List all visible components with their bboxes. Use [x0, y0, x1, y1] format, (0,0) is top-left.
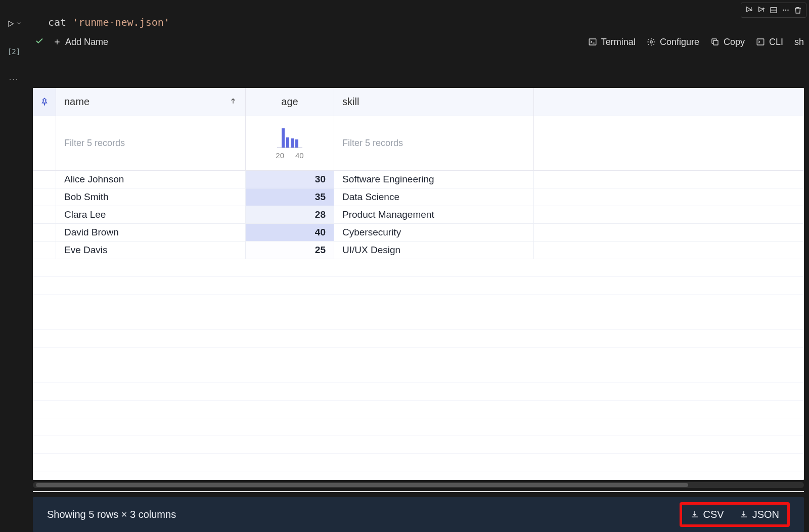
cell-skill: Software Engineering	[334, 171, 534, 188]
add-name-label: Add Name	[65, 37, 108, 47]
chevron-down-icon[interactable]	[16, 19, 22, 28]
svg-point-2	[783, 10, 784, 11]
status-bar: Showing 5 rows × 3 columns CSV JSON	[33, 497, 804, 532]
cell-name: Eve Davis	[56, 241, 246, 259]
more-actions-icon[interactable]	[780, 4, 792, 16]
hist-label-max: 40	[295, 151, 304, 160]
cell-skill: Data Science	[334, 188, 534, 206]
svg-rect-5	[589, 39, 596, 45]
age-histogram[interactable]: 20 40	[246, 116, 334, 170]
cell-name: Clara Lee	[56, 206, 246, 223]
add-name-button[interactable]: Add Name	[53, 37, 108, 47]
success-check-icon	[35, 36, 44, 47]
column-header-blank	[534, 88, 804, 116]
cell-age: 35	[246, 188, 334, 206]
language-indicator[interactable]: sh	[794, 37, 804, 47]
filter-name-input[interactable]	[64, 138, 237, 149]
cell-meta-row: Add Name Terminal Configure Copy	[28, 33, 804, 51]
notebook-cell-toolbar	[741, 3, 806, 18]
horizontal-scrollbar[interactable]	[33, 482, 804, 488]
column-header-name[interactable]: name	[56, 88, 246, 116]
sort-asc-icon[interactable]	[229, 96, 237, 108]
table-row[interactable]: Bob Smith35Data Science	[33, 188, 804, 206]
cell-index: [2]	[8, 47, 20, 56]
cell-name: David Brown	[56, 224, 246, 241]
table-row[interactable]: Clara Lee28Product Management	[33, 206, 804, 224]
table-row[interactable]: Alice Johnson30Software Engineering	[33, 171, 804, 188]
cell-skill: UI/UX Design	[334, 241, 534, 259]
cell-age: 28	[246, 206, 334, 223]
cell-age: 40	[246, 224, 334, 241]
svg-rect-7	[713, 40, 718, 45]
hist-bar	[286, 137, 289, 148]
code-cell[interactable]: cat 'runme-new.json'	[28, 16, 804, 28]
svg-point-3	[785, 10, 786, 11]
split-cell-icon[interactable]	[768, 4, 780, 16]
svg-point-6	[650, 41, 653, 43]
hist-bar	[295, 139, 298, 148]
cell-skill: Product Management	[334, 206, 534, 223]
table-filter-row: 20 40	[33, 116, 804, 171]
svg-point-4	[787, 10, 788, 11]
hist-bar	[291, 138, 294, 148]
run-cell-button[interactable]	[7, 19, 22, 28]
run-above-icon[interactable]	[743, 4, 755, 16]
download-json-button[interactable]: JSON	[739, 509, 779, 520]
delete-cell-icon[interactable]	[792, 4, 804, 16]
cell-name: Alice Johnson	[56, 171, 246, 188]
cell-skill: Cybersecurity	[334, 224, 534, 241]
hist-bar	[282, 128, 285, 148]
code-text: cat	[48, 16, 72, 28]
download-csv-button[interactable]: CSV	[690, 509, 724, 520]
configure-button[interactable]: Configure	[647, 37, 699, 47]
copy-button[interactable]: Copy	[710, 37, 745, 47]
table-row[interactable]: Eve Davis25UI/UX Design	[33, 241, 804, 259]
filter-skill-input[interactable]	[342, 138, 525, 149]
hist-label-min: 20	[276, 151, 284, 160]
output-panel: name age skill 20 40 Alice Johnson30Soft…	[33, 88, 804, 480]
status-text: Showing 5 rows × 3 columns	[47, 509, 176, 520]
cell-age: 25	[246, 241, 334, 259]
empty-rows-area	[33, 259, 804, 480]
pin-column-icon[interactable]	[33, 88, 56, 116]
open-terminal-button[interactable]: Terminal	[588, 37, 636, 47]
output-divider	[33, 491, 804, 492]
cell-name: Bob Smith	[56, 188, 246, 206]
table-row[interactable]: David Brown40Cybersecurity	[33, 224, 804, 241]
cell-age: 30	[246, 171, 334, 188]
column-header-age[interactable]: age	[246, 88, 334, 116]
svg-rect-8	[757, 39, 764, 45]
cli-button[interactable]: CLI	[756, 37, 783, 47]
scrollbar-thumb[interactable]	[36, 483, 688, 487]
notebook-gutter: [2] ···	[0, 0, 28, 84]
download-group-highlight: CSV JSON	[680, 502, 790, 527]
gutter-more-icon[interactable]: ···	[9, 75, 19, 84]
table-header-row: name age skill	[33, 88, 804, 116]
run-below-icon[interactable]	[755, 4, 768, 16]
code-string: 'runme-new.json'	[72, 16, 170, 28]
column-header-skill[interactable]: skill	[334, 88, 534, 116]
